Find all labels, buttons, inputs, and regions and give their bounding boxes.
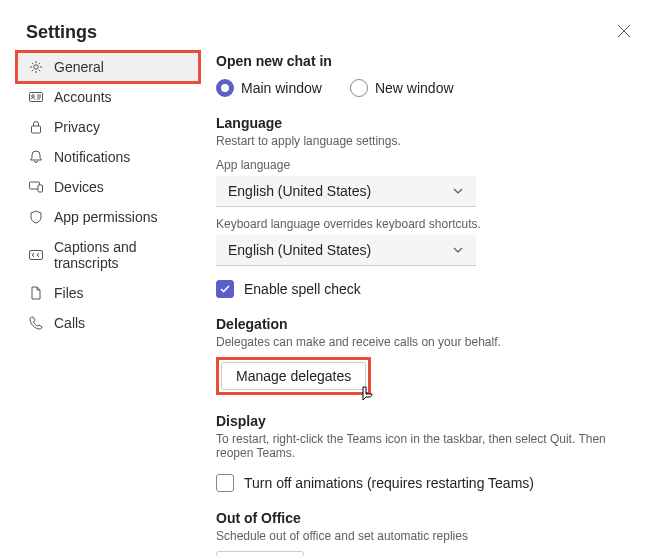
captions-icon [28,247,44,263]
language-hint: Restart to apply language settings. [216,134,639,148]
radio-label: New window [375,80,454,96]
shield-icon [28,209,44,225]
radio-new-window[interactable]: New window [350,79,454,97]
bell-icon [28,149,44,165]
select-value: English (United States) [228,242,371,258]
sidebar-item-privacy[interactable]: Privacy [18,113,198,141]
radio-label: Main window [241,80,322,96]
svg-rect-3 [32,126,41,133]
display-heading: Display [216,413,639,429]
sidebar-item-label: Devices [54,179,104,195]
chevron-down-icon [452,244,464,256]
checkbox-unchecked-icon [216,474,234,492]
keyboard-language-select[interactable]: English (United States) [216,235,476,266]
lock-icon [28,119,44,135]
sidebar-item-label: App permissions [54,209,158,225]
sidebar-item-calls[interactable]: Calls [18,309,198,337]
schedule-button[interactable]: Schedule [216,551,304,556]
sidebar-item-label: Accounts [54,89,112,105]
sidebar-item-accounts[interactable]: Accounts [18,83,198,111]
radio-unchecked-icon [350,79,368,97]
svg-rect-5 [38,185,43,192]
gear-icon [28,59,44,75]
page-title: Settings [26,22,97,43]
checkbox-checked-icon [216,280,234,298]
app-language-label: App language [216,158,639,172]
sidebar-item-captions[interactable]: Captions and transcripts [18,233,198,277]
delegation-hint: Delegates can make and receive calls on … [216,335,639,349]
sidebar-item-notifications[interactable]: Notifications [18,143,198,171]
open-chat-heading: Open new chat in [216,53,639,69]
svg-point-2 [32,95,35,98]
close-icon [617,24,631,38]
display-hint: To restart, right-click the Teams icon i… [216,432,639,460]
svg-point-0 [34,65,38,69]
sidebar-item-app-permissions[interactable]: App permissions [18,203,198,231]
close-button[interactable] [615,22,633,40]
checkbox-label: Enable spell check [244,281,361,297]
sidebar-item-label: Captions and transcripts [54,239,188,271]
checkbox-label: Turn off animations (requires restarting… [244,475,534,491]
sidebar-item-label: Calls [54,315,85,331]
sidebar-item-label: Notifications [54,149,130,165]
delegation-heading: Delegation [216,316,639,332]
main-content: Open new chat in Main window New window … [198,53,659,556]
sidebar-item-label: General [54,59,104,75]
file-icon [28,285,44,301]
ooo-hint: Schedule out of office and set automatic… [216,529,639,543]
sidebar-item-general[interactable]: General [18,53,198,81]
manage-delegates-button[interactable]: Manage delegates [221,362,366,390]
sidebar-item-files[interactable]: Files [18,279,198,307]
sidebar-item-label: Files [54,285,84,301]
language-heading: Language [216,115,639,131]
devices-icon [28,179,44,195]
sidebar-item-devices[interactable]: Devices [18,173,198,201]
radio-main-window[interactable]: Main window [216,79,322,97]
sidebar-item-label: Privacy [54,119,100,135]
keyboard-language-label: Keyboard language overrides keyboard sho… [216,217,639,231]
phone-icon [28,315,44,331]
svg-rect-6 [30,251,43,260]
chevron-down-icon [452,185,464,197]
turn-off-animations-checkbox[interactable]: Turn off animations (requires restarting… [216,474,639,492]
select-value: English (United States) [228,183,371,199]
app-language-select[interactable]: English (United States) [216,176,476,207]
sidebar: General Accounts Privacy Notifications D [18,53,198,556]
ooo-heading: Out of Office [216,510,639,526]
radio-checked-icon [216,79,234,97]
spell-check-checkbox[interactable]: Enable spell check [216,280,639,298]
id-card-icon [28,89,44,105]
